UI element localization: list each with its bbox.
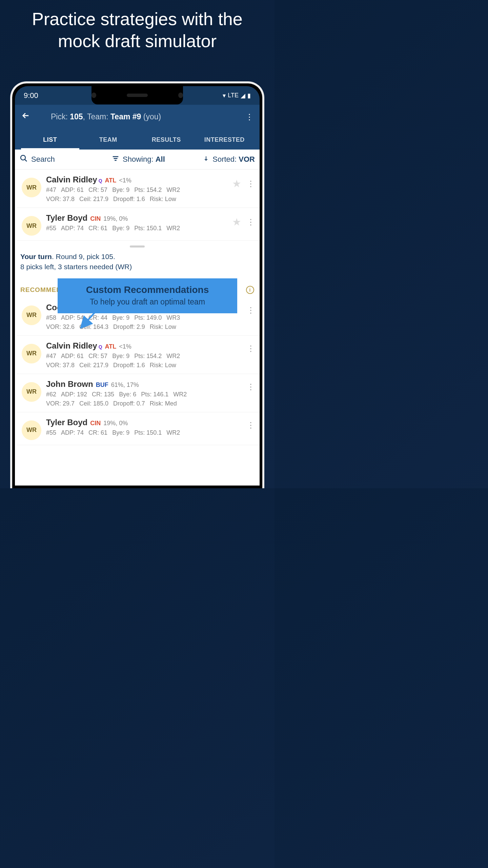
promo-headline: Practice strategies with the mock draft … (0, 0, 274, 59)
phone-notch (92, 86, 183, 104)
content: Search Showing: All Sorted: VOR (15, 150, 260, 486)
drag-handle-icon[interactable] (130, 245, 145, 248)
tab-list[interactable]: LIST (21, 131, 79, 150)
player-stats-2: VOR: 29.7Ceil: 185.0Dropoff: 0.7Risk: Me… (46, 400, 242, 407)
row-more-icon[interactable]: ⋮ (247, 179, 255, 189)
speaker-icon (127, 94, 148, 97)
player-row[interactable]: WR John Brown BUF 61%, 17% #62ADP: 192CR… (17, 374, 260, 412)
callout-title: Custom Recommendations (63, 284, 232, 295)
tabs: LIST TEAM RESULTS INTERESTED (21, 131, 253, 150)
status-time: 9:00 (24, 91, 38, 100)
player-body: Tyler Boyd CIN 19%, 0% #55ADP: 74CR: 61B… (46, 418, 242, 436)
player-name: Tyler Boyd (46, 418, 87, 427)
q-icon: Q (99, 178, 102, 183)
player-row[interactable]: WR Calvin RidleyQ ATL <1% #47ADP: 61CR: … (17, 336, 260, 374)
player-stats-2: VOR: 37.8Ceil: 217.9Dropoff: 1.6Risk: Lo… (46, 362, 242, 369)
phone-screen: 9:00 ▾ LTE ◢ ▮ Pick: 105, Team: Team #9 … (15, 86, 260, 486)
search-button[interactable]: Search (20, 154, 97, 164)
app-bar: Pick: 105, Team: Team #9 (you) ⋮ LIST TE… (15, 105, 260, 150)
player-meta: <1% (119, 343, 131, 350)
row-more-icon[interactable]: ⋮ (247, 420, 255, 430)
player-name: Calvin Ridley (46, 175, 97, 184)
player-meta: 61%, 17% (111, 381, 139, 389)
tab-interested[interactable]: INTERESTED (196, 131, 254, 150)
row-more-icon[interactable]: ⋮ (247, 382, 255, 392)
player-name: Tyler Boyd (46, 213, 87, 223)
recommendations-panel: Your turn. Round 9, pick 105. 8 picks le… (15, 241, 260, 445)
player-name: John Brown (46, 379, 93, 389)
more-icon[interactable]: ⋮ (245, 112, 253, 122)
phone-frame: 9:00 ▾ LTE ◢ ▮ Pick: 105, Team: Team #9 … (10, 81, 264, 488)
star-icon[interactable]: ★ (232, 216, 241, 228)
player-name: Calvin Ridley (46, 341, 97, 351)
player-row[interactable]: WR Tyler Boyd CIN 19%, 0% #55ADP: 74CR: … (17, 412, 260, 445)
sort-icon (203, 155, 209, 164)
star-icon[interactable]: ★ (232, 178, 241, 190)
row-actions: ★ ⋮ (232, 178, 255, 190)
player-meta: 19%, 0% (103, 420, 128, 427)
player-body: Calvin RidleyQ ATL <1% #47ADP: 61CR: 57B… (46, 341, 242, 369)
row-actions: ⋮ (247, 344, 255, 353)
sort-button[interactable]: Sorted: VOR (180, 155, 255, 164)
team-code: BUF (96, 381, 108, 389)
back-icon[interactable] (21, 111, 30, 123)
player-stats-1: #55ADP: 74CR: 61Bye: 9Pts: 150.1WR2 (46, 225, 227, 232)
camera-icon (92, 93, 96, 98)
row-actions: ⋮ (247, 420, 255, 430)
row-more-icon[interactable]: ⋮ (247, 217, 255, 227)
filter-icon (112, 155, 119, 164)
team-code: CIN (90, 215, 101, 222)
row-more-icon[interactable]: ⋮ (247, 344, 255, 353)
search-icon (20, 154, 28, 164)
camera-icon (178, 93, 183, 98)
position-badge: WR (22, 382, 41, 402)
position-badge: WR (22, 344, 41, 363)
callout: Custom Recommendations To help you draft… (58, 278, 237, 313)
player-body: Tyler Boyd CIN 19%, 0% #55ADP: 74CR: 61B… (46, 213, 227, 232)
player-stats-2: VOR: 37.8Ceil: 217.9Dropoff: 1.6Risk: Lo… (46, 196, 227, 203)
player-meta: <1% (119, 177, 131, 184)
svg-rect-1 (113, 156, 119, 157)
tab-team[interactable]: TEAM (79, 131, 138, 150)
network-label: LTE (228, 92, 239, 99)
wifi-icon: ▾ (223, 92, 226, 99)
row-actions: ⋮ (247, 382, 255, 392)
player-stats-1: #47ADP: 61CR: 57Bye: 9Pts: 154.2WR2 (46, 186, 227, 194)
row-actions: ★ ⋮ (232, 216, 255, 228)
svg-rect-2 (114, 158, 117, 159)
player-stats-2: VOR: 32.6Ceil: 164.3Dropoff: 2.9Risk: Lo… (46, 323, 242, 331)
q-icon: Q (99, 344, 102, 350)
team-code: CIN (90, 420, 101, 427)
row-actions: ⋮ (247, 305, 255, 315)
filter-showing[interactable]: Showing: All (101, 155, 176, 164)
team-code: ATL (105, 343, 117, 350)
player-row[interactable]: WR Tyler Boyd CIN 19%, 0% #55ADP: 74CR: … (17, 208, 260, 241)
appbar-title: Pick: 105, Team: Team #9 (you) (37, 112, 239, 121)
player-body: John Brown BUF 61%, 17% #62ADP: 192CR: 1… (46, 379, 242, 407)
team-code: ATL (105, 177, 117, 184)
signal-icon: ◢ (241, 92, 245, 99)
battery-icon: ▮ (247, 92, 251, 99)
player-stats-1: #58ADP: 54CR: 44Bye: 9Pts: 149.0WR3 (46, 314, 242, 321)
player-row[interactable]: WR Calvin RidleyQ ATL <1% #47ADP: 61CR: … (17, 170, 260, 208)
player-stats-1: #62ADP: 192CR: 135Bye: 6Pts: 146.1WR2 (46, 391, 242, 398)
player-body: Calvin RidleyQ ATL <1% #47ADP: 61CR: 57B… (46, 175, 227, 203)
position-badge: WR (22, 305, 41, 325)
svg-line-5 (83, 312, 95, 325)
callout-subtitle: To help you draft an optimal team (63, 297, 232, 307)
info-icon[interactable]: i (246, 286, 254, 294)
position-badge: WR (22, 420, 41, 440)
player-stats-1: #47ADP: 61CR: 57Bye: 9Pts: 154.2WR2 (46, 353, 242, 360)
player-stats-1: #55ADP: 74CR: 61Bye: 9Pts: 150.1WR2 (46, 429, 242, 436)
row-more-icon[interactable]: ⋮ (247, 305, 255, 315)
turn-text: Your turn. Round 9, pick 105. 8 picks le… (15, 252, 260, 278)
status-icons: ▾ LTE ◢ ▮ (223, 92, 251, 99)
svg-point-0 (21, 155, 25, 160)
position-badge: WR (22, 178, 41, 197)
svg-rect-3 (115, 160, 117, 161)
filter-bar: Search Showing: All Sorted: VOR (15, 150, 260, 170)
search-label: Search (31, 155, 55, 164)
player-meta: 19%, 0% (103, 215, 128, 222)
tab-results[interactable]: RESULTS (137, 131, 196, 150)
position-badge: WR (22, 216, 41, 236)
